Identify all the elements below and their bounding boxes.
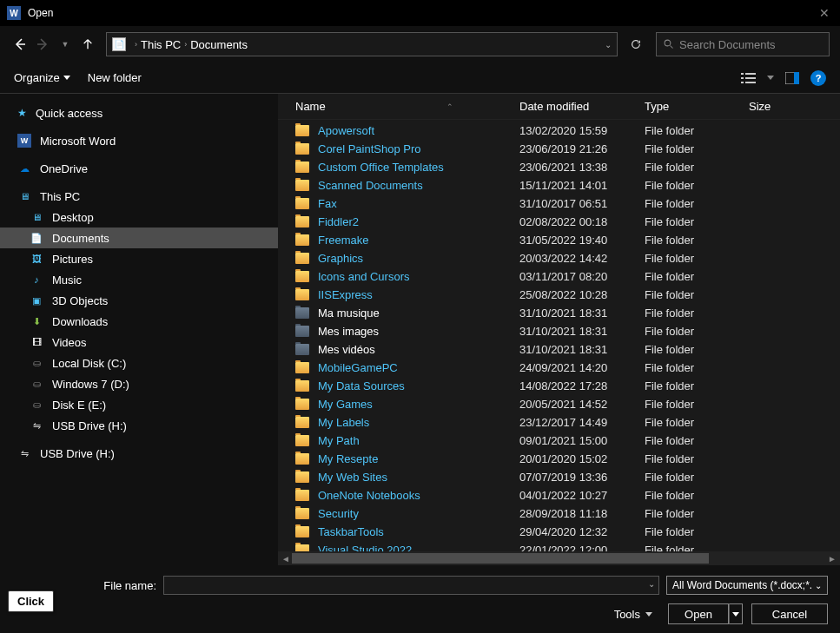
scroll-right-icon[interactable]: ► [828, 554, 837, 564]
cancel-button[interactable]: Cancel [751, 603, 828, 624]
file-row[interactable]: My Web Sites07/07/2019 13:36File folder [278, 468, 840, 486]
file-row[interactable]: Corel PaintShop Pro23/06/2019 21:26File … [278, 140, 840, 158]
column-name[interactable]: Name⌃ [295, 100, 519, 113]
preview-pane-icon[interactable] [784, 70, 800, 86]
recent-dropdown[interactable]: ▼ [56, 35, 75, 54]
column-type[interactable]: Type [645, 100, 749, 113]
file-row[interactable]: TaskbarTools29/04/2020 12:32File folder [278, 523, 840, 541]
file-row[interactable]: MobileGamePC24/09/2021 14:20File folder [278, 359, 840, 377]
file-row[interactable]: IISExpress25/08/2022 10:28File folder [278, 286, 840, 304]
new-folder-button[interactable]: New folder [88, 71, 142, 84]
sidebar-disk-e[interactable]: ⛀ Disk E (E:) [0, 394, 278, 415]
breadcrumb-thispc[interactable]: This PC [141, 38, 181, 51]
sidebar-microsoft-word[interactable]: W Microsoft Word [0, 130, 278, 151]
sidebar-documents[interactable]: 📄 Documents [0, 227, 278, 248]
column-size[interactable]: Size [749, 100, 801, 113]
file-row[interactable]: My Resepte20/01/2020 15:02File folder [278, 450, 840, 468]
file-type: File folder [645, 161, 749, 174]
sidebar-usb-h-2[interactable]: ⇋ USB Drive (H:) [0, 443, 278, 464]
file-date: 31/10/2021 18:31 [519, 343, 645, 356]
file-row[interactable]: OneNote Notebooks04/01/2022 10:27File fo… [278, 486, 840, 504]
toolbar: Organize New folder ? [0, 63, 840, 94]
sidebar-music[interactable]: ♪ Music [0, 269, 278, 290]
desktop-icon: 🖥 [30, 210, 43, 224]
file-row[interactable]: Security28/09/2018 11:18File folder [278, 504, 840, 523]
file-row[interactable]: Freemake31/05/2022 19:40File folder [278, 231, 840, 249]
sidebar-local-disk-c[interactable]: ⛀ Local Disk (C:) [0, 353, 278, 373]
forward-button[interactable] [33, 35, 52, 54]
file-type: File folder [645, 361, 749, 374]
folder-icon [295, 453, 309, 465]
sidebar-this-pc[interactable]: 🖥 This PC [0, 186, 278, 207]
close-icon[interactable]: ✕ [816, 6, 833, 20]
svg-rect-2 [745, 73, 756, 75]
svg-rect-5 [741, 82, 744, 83]
view-dropdown-icon[interactable] [767, 76, 774, 80]
file-row[interactable]: My Data Sources14/08/2022 17:28File fold… [278, 377, 840, 395]
file-type: File folder [645, 252, 749, 265]
sidebar-3d-objects[interactable]: ▣ 3D Objects [0, 290, 278, 311]
file-row[interactable]: Ma musique31/10/2021 18:31File folder [278, 304, 840, 322]
file-row[interactable]: My Path09/01/2021 15:00File folder [278, 432, 840, 450]
folder-icon [295, 471, 309, 483]
folder-icon [295, 435, 309, 446]
address-bar[interactable]: 📄 › This PC › Documents ⌄ [106, 32, 618, 56]
folder-icon [295, 162, 309, 173]
music-icon: ♪ [30, 273, 43, 287]
file-date: 31/10/2021 18:31 [519, 307, 645, 320]
file-name: My Labels [318, 416, 519, 429]
back-button[interactable] [10, 35, 30, 54]
sidebar-usb-h-1[interactable]: ⇋ USB Drive (H:) [0, 415, 278, 436]
scroll-left-icon[interactable]: ◄ [281, 554, 290, 564]
file-name: My Web Sites [318, 471, 519, 484]
file-name: My Resepte [318, 452, 519, 465]
usb-icon: ⇋ [17, 446, 31, 460]
file-type: File folder [645, 197, 749, 210]
tools-dropdown[interactable]: Tools [614, 608, 652, 621]
file-row[interactable]: My Labels23/12/2017 14:49File folder [278, 413, 840, 432]
open-split-button[interactable] [729, 603, 743, 624]
address-dropdown-icon[interactable]: ⌄ [605, 40, 612, 49]
file-row[interactable]: Mes images31/10/2021 18:31File folder [278, 322, 840, 340]
file-name: Corel PaintShop Pro [318, 142, 519, 155]
file-row[interactable]: Fiddler202/08/2022 00:18File folder [278, 213, 840, 231]
up-button[interactable] [78, 35, 97, 54]
filename-dropdown-icon[interactable]: ⌄ [648, 579, 655, 589]
sidebar-desktop[interactable]: 🖥 Desktop [0, 207, 278, 227]
svg-rect-4 [745, 77, 756, 79]
file-row[interactable]: Visual Studio 202222/01/2022 12:00File f… [278, 541, 840, 551]
file-row[interactable]: Icons and Cursors03/11/2017 08:20File fo… [278, 267, 840, 286]
file-date: 14/08/2022 17:28 [519, 379, 645, 392]
filename-input[interactable]: ⌄ [163, 576, 659, 595]
file-row[interactable]: My Games20/05/2021 14:52File folder [278, 395, 840, 413]
help-icon[interactable]: ? [810, 70, 826, 86]
file-date: 23/06/2019 21:26 [519, 142, 645, 155]
sidebar-videos[interactable]: 🎞 Videos [0, 332, 278, 353]
refresh-button[interactable] [626, 35, 645, 54]
file-row[interactable]: Apowersoft13/02/2020 15:59File folder [278, 122, 840, 140]
breadcrumb-documents[interactable]: Documents [190, 38, 248, 51]
sidebar-quick-access[interactable]: ★ Quick access [0, 102, 278, 123]
file-row[interactable]: Mes vidéos31/10/2021 18:31File folder [278, 340, 840, 359]
search-input[interactable]: Search Documents [656, 32, 830, 56]
folder-icon [295, 508, 309, 519]
download-icon: ⬇ [30, 314, 43, 328]
sidebar-pictures[interactable]: 🖼 Pictures [0, 248, 278, 269]
open-button[interactable]: Open [668, 603, 729, 624]
file-type-filter[interactable]: All Word Documents (*.docx;*. ⌄ [666, 576, 828, 595]
file-row[interactable]: Fax31/10/2017 06:51File folder [278, 195, 840, 213]
view-details-icon[interactable] [741, 70, 757, 86]
file-row[interactable]: Custom Office Templates23/06/2021 13:38F… [278, 158, 840, 176]
column-date[interactable]: Date modified [519, 100, 645, 113]
file-type: File folder [645, 398, 749, 411]
sidebar-onedrive[interactable]: ☁ OneDrive [0, 158, 278, 179]
file-row[interactable]: Scanned Documents15/11/2021 14:01File fo… [278, 176, 840, 195]
horizontal-scrollbar[interactable]: ◄ ► [278, 551, 840, 565]
file-type: File folder [645, 525, 749, 538]
sidebar-windows7-d[interactable]: ⛀ Windows 7 (D:) [0, 373, 278, 394]
organize-button[interactable]: Organize [14, 71, 70, 84]
file-list[interactable]: Apowersoft13/02/2020 15:59File folderCor… [278, 120, 840, 551]
scrollbar-thumb[interactable] [292, 553, 709, 564]
file-row[interactable]: Graphics20/03/2022 14:42File folder [278, 249, 840, 267]
sidebar-downloads[interactable]: ⬇ Downloads [0, 311, 278, 332]
